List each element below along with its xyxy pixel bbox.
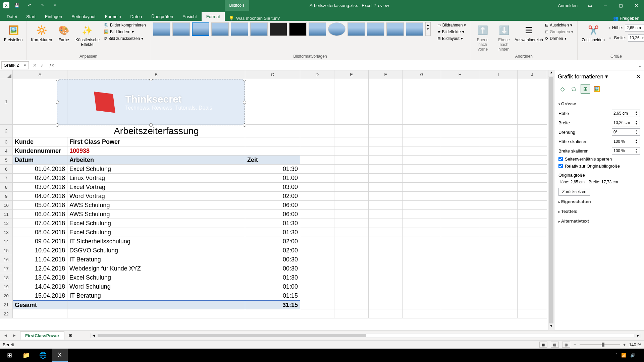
selection-pane-button[interactable]: ☰Auswahlbereich <box>516 22 542 44</box>
tab-seitenlayout[interactable]: Seitenlayout <box>67 12 100 21</box>
cell[interactable]: 01:30 <box>245 228 300 237</box>
cell[interactable]: 05.04.2018 <box>13 201 67 210</box>
row-header[interactable]: 9 <box>0 192 13 201</box>
picture-layout-button[interactable]: ⊞Bildlayout ▾ <box>436 36 468 42</box>
cell[interactable]: 02:00 <box>245 246 300 255</box>
select-all-corner[interactable] <box>0 70 13 79</box>
row-header[interactable]: 15 <box>0 246 13 255</box>
view-pagebreak[interactable]: ▥ <box>562 342 570 348</box>
cell[interactable]: 01:30 <box>245 219 300 228</box>
tab-ansicht[interactable]: Ansicht <box>178 12 202 21</box>
cell[interactable]: 04.04.2018 <box>13 192 67 201</box>
row-header[interactable]: 4 <box>0 146 13 156</box>
cell[interactable] <box>403 174 441 183</box>
change-picture-button[interactable]: 🖼️Bild ändern ▾ <box>102 29 147 35</box>
cell[interactable] <box>403 201 441 210</box>
style-thumb[interactable] <box>153 22 170 36</box>
cell[interactable] <box>441 228 479 237</box>
cell[interactable] <box>334 282 369 291</box>
cell[interactable] <box>369 165 403 174</box>
reset-size-button[interactable]: Zurücksetzen <box>558 188 590 196</box>
cell[interactable] <box>300 228 334 237</box>
col-header[interactable]: I <box>479 70 518 79</box>
cell[interactable] <box>334 165 369 174</box>
tray-volume-icon[interactable]: 🔊 <box>630 353 635 358</box>
cell[interactable] <box>300 183 334 192</box>
cell[interactable]: 06:00 <box>245 201 300 210</box>
pane-size-icon[interactable]: ⊞ <box>581 84 590 94</box>
cell[interactable] <box>334 246 369 255</box>
col-header[interactable]: E <box>334 70 369 79</box>
picture-effects-button[interactable]: ✷Bildeffekte ▾ <box>436 29 468 35</box>
color-button[interactable]: 🎨Farbe <box>55 22 72 44</box>
lock-aspect-checkbox[interactable]: Seitenverhältnis sperren <box>558 157 640 162</box>
cell[interactable]: Kunde <box>13 137 67 146</box>
pane-close-button[interactable]: ✕ <box>636 73 641 80</box>
maximize-button[interactable]: ▢ <box>613 0 629 11</box>
cell[interactable] <box>403 156 441 165</box>
cell[interactable] <box>441 264 479 273</box>
cell[interactable]: Webdesign für Kunde XYZ <box>67 264 245 273</box>
row-header[interactable]: 17 <box>0 264 13 273</box>
cell[interactable]: Gesamt <box>13 300 67 309</box>
cell[interactable]: 02:00 <box>245 237 300 246</box>
cell[interactable] <box>369 282 403 291</box>
row-header[interactable]: 1 <box>0 79 13 125</box>
cell[interactable] <box>441 79 479 125</box>
tell-me-search[interactable]: 💡Was möchten Sie tun? <box>225 16 280 21</box>
section-alttext[interactable]: Alternativtext <box>558 217 640 225</box>
cell[interactable]: Excel Vortrag <box>67 183 245 192</box>
cell[interactable] <box>518 219 547 228</box>
cell[interactable]: 31:15 <box>245 300 300 309</box>
cell[interactable] <box>403 210 441 219</box>
formula-input[interactable] <box>57 61 635 69</box>
cell[interactable]: 06.04.2018 <box>13 210 67 219</box>
cell[interactable] <box>479 291 518 300</box>
cell[interactable] <box>245 125 300 137</box>
share-button[interactable]: 👥 Freigeben <box>613 16 639 21</box>
row-header[interactable]: 11 <box>0 210 13 219</box>
cell[interactable] <box>518 255 547 264</box>
cell[interactable] <box>403 264 441 273</box>
bring-forward-button[interactable]: ⬆️Ebene nach vorne <box>473 22 492 53</box>
style-thumb[interactable] <box>231 22 248 36</box>
cell[interactable] <box>300 219 334 228</box>
cell[interactable] <box>300 165 334 174</box>
cell[interactable] <box>518 237 547 246</box>
add-sheet-button[interactable]: ⊕ <box>67 332 74 339</box>
cell[interactable] <box>300 237 334 246</box>
style-thumb[interactable] <box>289 22 307 36</box>
cell[interactable] <box>518 264 547 273</box>
zoom-level[interactable]: 140 % <box>629 342 641 347</box>
cell[interactable]: 03:00 <box>245 183 300 192</box>
cell[interactable] <box>334 264 369 273</box>
cell[interactable] <box>518 246 547 255</box>
section-textbox[interactable]: Textfeld <box>558 207 640 215</box>
sign-in-button[interactable]: Anmelden <box>553 3 582 8</box>
tab-ueberpruefen[interactable]: Überprüfen <box>147 12 178 21</box>
style-thumb[interactable] <box>347 22 365 36</box>
cell[interactable]: 03.04.2018 <box>13 183 67 192</box>
cell[interactable] <box>441 246 479 255</box>
height-input[interactable]: 2,65 cm▲▼ <box>625 24 644 32</box>
cell[interactable]: Datum <box>13 156 67 165</box>
cell[interactable] <box>245 79 300 125</box>
row-header[interactable]: 20 <box>0 291 13 300</box>
cell[interactable] <box>441 282 479 291</box>
style-thumb[interactable] <box>328 22 345 36</box>
cell[interactable]: 08.04.2018 <box>13 228 67 237</box>
cell[interactable]: Excel Schulung <box>67 219 245 228</box>
zoom-in[interactable]: + <box>623 342 626 347</box>
row-header[interactable]: 10 <box>0 201 13 210</box>
row-header[interactable]: 12 <box>0 219 13 228</box>
pane-rotation-input[interactable]: 0°▲▼ <box>612 128 640 136</box>
tab-daten[interactable]: Daten <box>125 12 147 21</box>
pane-width-input[interactable]: 10,26 cm▲▼ <box>612 119 640 126</box>
gallery-down[interactable]: ▼ <box>426 27 430 31</box>
cell[interactable] <box>518 210 547 219</box>
cell[interactable]: 00:30 <box>245 255 300 264</box>
cell[interactable] <box>479 255 518 264</box>
cell[interactable] <box>518 291 547 300</box>
cell[interactable] <box>403 246 441 255</box>
cell[interactable] <box>479 309 518 318</box>
